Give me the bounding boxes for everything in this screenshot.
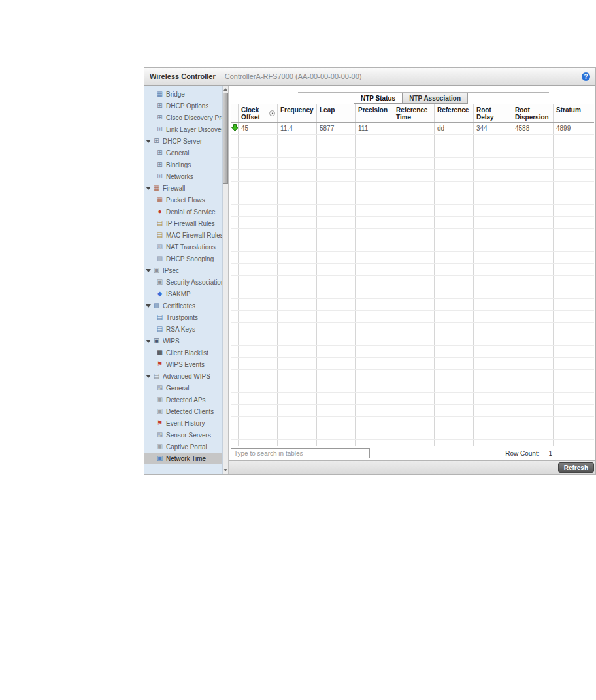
- refresh-button[interactable]: Refresh: [558, 462, 594, 473]
- sort-ascending-icon[interactable]: [269, 110, 275, 116]
- expander-triangle-icon[interactable]: [146, 187, 151, 190]
- sidebar-item-firewall[interactable]: ▦Firewall: [144, 182, 222, 194]
- sensor-servers-icon: ▨: [156, 432, 164, 438]
- bridge-icon: ▦: [156, 91, 164, 97]
- sidebar-item-detected-aps[interactable]: ▣Detected APs: [144, 394, 222, 406]
- empty-table-cell: [512, 417, 554, 428]
- sidebar-scrollbar[interactable]: [222, 86, 229, 474]
- empty-table-row: [231, 311, 595, 323]
- column-header-reference-time[interactable]: Reference Time: [393, 104, 435, 123]
- help-icon[interactable]: ?: [582, 72, 590, 81]
- sidebar-item-dhcp-server[interactable]: ⊞DHCP Server: [144, 135, 222, 147]
- expander-triangle-icon[interactable]: [146, 140, 151, 143]
- column-header-leap[interactable]: Leap: [317, 104, 356, 123]
- empty-table-row: [231, 182, 595, 193]
- sidebar-item-dhcp-snooping[interactable]: ▤DHCP Snooping: [144, 253, 222, 264]
- empty-table-cell: [474, 205, 512, 217]
- sidebar-item-client-blacklist[interactable]: ▦Client Blacklist: [144, 347, 222, 358]
- sidebar-item-packet-flows[interactable]: ▦Packet Flows: [144, 194, 222, 206]
- column-header-label: Root Delay: [476, 106, 494, 121]
- security-associations-icon: ▣: [156, 279, 164, 285]
- column-header-precision[interactable]: Precision: [356, 104, 393, 123]
- sidebar-item-ipsec[interactable]: ▣IPsec: [144, 264, 222, 276]
- expander-triangle-icon[interactable]: [146, 304, 151, 308]
- sidebar-item-cisco-discovery-prot[interactable]: ⊞Cisco Discovery Prot: [144, 112, 222, 123]
- general-icon: ⊞: [156, 150, 164, 156]
- sidebar-item-wips[interactable]: ▣WIPS: [144, 335, 222, 347]
- sidebar-item-sensor-servers[interactable]: ▨Sensor Servers: [144, 429, 222, 441]
- sidebar-item-wips-events[interactable]: ⚑WIPS Events: [144, 358, 222, 370]
- scroll-up-icon[interactable]: [223, 86, 228, 93]
- empty-table-cell: [435, 182, 474, 193]
- empty-table-cell: [231, 158, 239, 170]
- sidebar-item-trustpoints[interactable]: ▤Trustpoints: [144, 311, 222, 323]
- scroll-down-icon[interactable]: [223, 467, 228, 473]
- tab-ntp-association[interactable]: NTP Association: [403, 93, 468, 104]
- sidebar-item-nat-translations[interactable]: ▧NAT Translations: [144, 241, 222, 253]
- sidebar-item-advanced-wips[interactable]: ▤Advanced WIPS: [144, 370, 222, 382]
- sidebar-item-ip-firewall-rules[interactable]: ▤IP Firewall Rules: [144, 217, 222, 229]
- sidebar-item-dhcp-options[interactable]: ⊞DHCP Options: [144, 100, 222, 112]
- column-header-root-dispersion[interactable]: Root Dispersion: [512, 104, 554, 123]
- table-cell: 344: [474, 123, 512, 135]
- empty-table-cell: [474, 440, 512, 447]
- dhcp-snooping-icon: ▤: [156, 255, 164, 262]
- empty-table-cell: [239, 205, 278, 217]
- sidebar-item-general[interactable]: ▨General: [144, 382, 222, 394]
- window-title: Wireless Controller: [150, 72, 216, 80]
- empty-table-cell: [231, 346, 239, 358]
- empty-table-cell: [239, 240, 278, 252]
- packet-flows-icon: ▦: [156, 197, 164, 203]
- column-header-label: Stratum: [556, 106, 581, 114]
- sidebar-item-isakmp[interactable]: ◆ISAKMP: [144, 288, 222, 300]
- sidebar-item-detected-clients[interactable]: ▣Detected Clients: [144, 406, 222, 417]
- column-header-stratum[interactable]: Stratum: [554, 104, 595, 123]
- empty-table-cell: [554, 240, 595, 252]
- empty-table-cell: [393, 428, 435, 440]
- column-header-clock-offset[interactable]: Clock Offset: [239, 104, 278, 123]
- scrollbar-thumb[interactable]: [223, 93, 228, 184]
- empty-table-cell: [356, 381, 393, 393]
- empty-table-cell: [239, 146, 278, 158]
- column-header-reference[interactable]: Reference: [435, 104, 474, 123]
- empty-table-cell: [512, 346, 554, 358]
- tab-ntp-status[interactable]: NTP Status: [354, 93, 403, 104]
- empty-table-cell: [512, 146, 554, 158]
- sidebar-item-bridge[interactable]: ▦Bridge: [144, 88, 222, 100]
- network-time-icon: ▣: [156, 455, 164, 462]
- sidebar-item-security-association[interactable]: ▣Security Association: [144, 276, 222, 288]
- sidebar-item-label: General: [166, 385, 190, 392]
- expander-triangle-icon[interactable]: [146, 269, 151, 272]
- expander-triangle-icon[interactable]: [146, 375, 151, 378]
- sidebar-item-event-history[interactable]: ⚑Event History: [144, 417, 222, 429]
- empty-table-cell: [278, 323, 317, 334]
- table-search-input[interactable]: [231, 448, 370, 458]
- column-header-frequency[interactable]: Frequency: [278, 104, 317, 123]
- sidebar-item-link-layer-discovery[interactable]: ⊞Link Layer Discovery: [144, 123, 222, 135]
- sidebar-item-mac-firewall-rules[interactable]: ▤MAC Firewall Rules: [144, 229, 222, 241]
- empty-table-cell: [435, 135, 474, 146]
- empty-table-cell: [317, 217, 356, 229]
- column-header-root-delay[interactable]: Root Delay: [474, 104, 512, 123]
- sidebar-item-label: Cisco Discovery Prot: [166, 114, 222, 121]
- expander-triangle-icon[interactable]: [146, 340, 151, 343]
- row-count: Row Count:1: [505, 450, 552, 457]
- sidebar-item-networks[interactable]: ⊞Networks: [144, 170, 222, 182]
- empty-table-cell: [474, 287, 512, 299]
- sidebar-item-captive-portal[interactable]: ▣Captive Portal: [144, 441, 222, 453]
- sidebar-item-certificates[interactable]: ▤Certificates: [144, 300, 222, 311]
- sidebar-item-rsa-keys[interactable]: ▤RSA Keys: [144, 323, 222, 335]
- empty-table-cell: [278, 287, 317, 299]
- sidebar-item-bindings[interactable]: ⊞Bindings: [144, 159, 222, 170]
- sidebar-item-network-time[interactable]: ▣Network Time: [144, 453, 222, 464]
- empty-table-cell: [393, 381, 435, 393]
- empty-table-cell: [278, 135, 317, 146]
- empty-table-cell: [317, 252, 356, 264]
- ntp-status-row[interactable]: 4511.45877111dd34445884899: [231, 123, 595, 135]
- sidebar-item-general[interactable]: ⊞General: [144, 147, 222, 159]
- sidebar-item-denial-of-service[interactable]: ●Denial of Service: [144, 206, 222, 217]
- empty-table-cell: [317, 428, 356, 440]
- empty-table-cell: [393, 287, 435, 299]
- ipsec-icon: ▣: [152, 267, 161, 274]
- empty-table-cell: [474, 193, 512, 205]
